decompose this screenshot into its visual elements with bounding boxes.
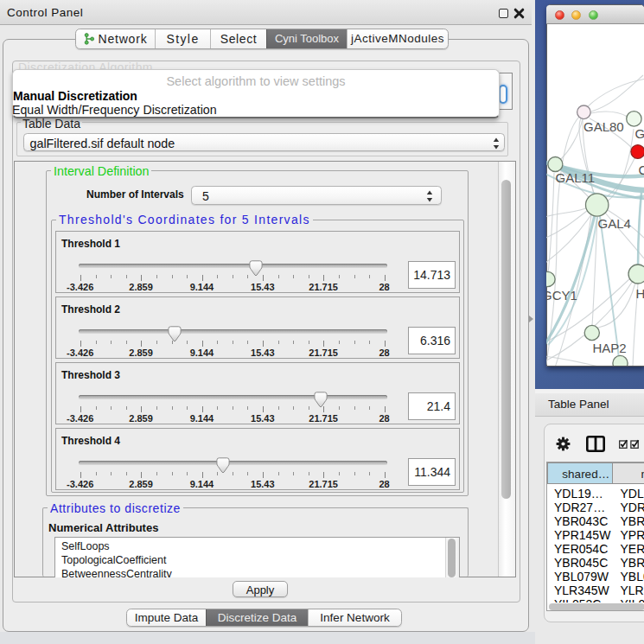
- svg-text:HAP2: HAP2: [593, 341, 627, 355]
- svg-text:GCY1: GCY1: [546, 288, 577, 303]
- svg-text:GAL80: GAL80: [583, 119, 624, 134]
- svg-text:GAL11: GAL11: [556, 170, 596, 185]
- svg-text:GA: GA: [635, 126, 644, 141]
- svg-text:GAL4: GAL4: [598, 216, 631, 231]
- svg-text:CY: CY: [639, 163, 644, 177]
- svg-text:HI: HI: [636, 286, 644, 301]
